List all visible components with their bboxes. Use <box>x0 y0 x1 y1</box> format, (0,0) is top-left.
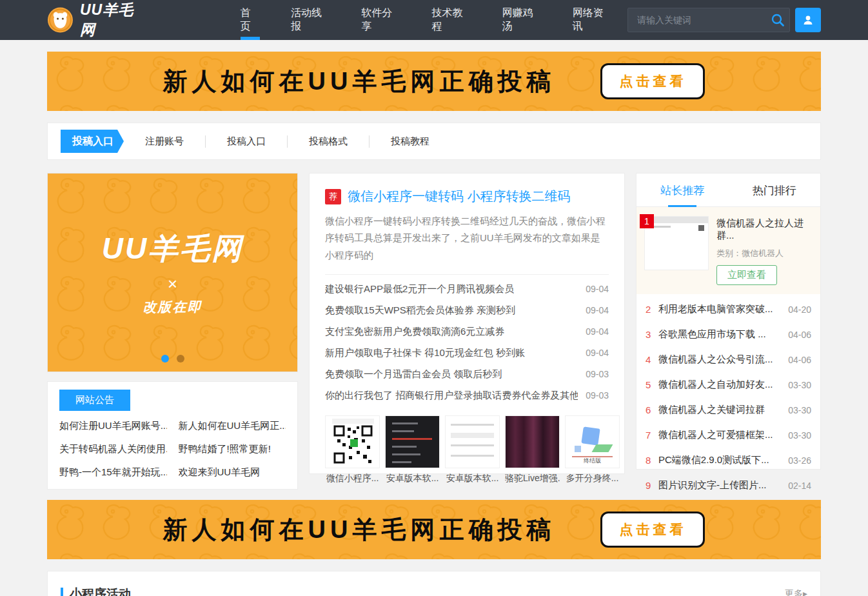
ranking-date: 03-26 <box>788 455 811 466</box>
ranking-row[interactable]: 2 利用老版本电脑管家突破... 04-20 <box>646 297 811 322</box>
nav-label: 网络资讯 <box>573 6 612 34</box>
article-title: 新用户领取电子社保卡 得10元现金红包 秒到账 <box>325 347 525 359</box>
active-underline <box>241 37 260 40</box>
article-thumb[interactable]: 骆驼Live增强... <box>505 415 560 484</box>
article-thumb[interactable]: 安卓版本软... <box>445 415 500 484</box>
article-date: 09-03 <box>586 390 609 401</box>
rank-number: 6 <box>646 404 658 415</box>
nav-item-home[interactable]: 首页 <box>224 0 275 40</box>
featured-articles-card: 荐 微信小程序一键转码 小程序转换二维码 微信小程序一键转码小程序转换二维码经过… <box>309 173 625 474</box>
ranking-row[interactable]: 9 图片识别文字-上传图片... 02-14 <box>646 473 811 498</box>
tab-recommend[interactable]: 站长推荐 <box>636 174 729 206</box>
thumb-caption: 多开分身终... <box>565 473 620 484</box>
ranking-title: PC端微信2.9.0测试版下... <box>658 454 782 466</box>
promo-banner-bottom[interactable]: 新人如何在UU羊毛网正确投稿 点击查看 <box>47 500 821 559</box>
ranking-row[interactable]: 6 微信机器人之关键词拉群 03-30 <box>646 397 811 422</box>
article-title: 你的出行我包了 招商银行用户登录抽取话费券代金券及其他奖品 <box>325 390 578 402</box>
article-date: 09-04 <box>586 348 609 358</box>
site-notice-card: 网站公告 如何注册UU羊毛网账号... 新人如何在UU羊毛网正... 关于转码机… <box>47 381 298 490</box>
search-input[interactable] <box>627 8 790 32</box>
banner-view-button[interactable]: 点击查看 <box>600 63 705 99</box>
article-thumb[interactable]: 安卓版本软... <box>385 415 440 484</box>
notice-link[interactable]: 野鸭结婚了!照常更新! <box>179 443 286 455</box>
thumb-caption: 安卓版本软... <box>385 473 440 484</box>
link-submit-entry[interactable]: 投稿入口 <box>205 135 287 148</box>
article-title: 建设银行APP最低2元开一个月腾讯视频会员 <box>325 283 514 295</box>
banner-title: 新人如何在UU羊毛网正确投稿 <box>163 513 556 546</box>
promo-banner-top[interactable]: 新人如何在UU羊毛网正确投稿 点击查看 <box>47 52 821 111</box>
carousel-title: UU羊毛网 <box>102 229 243 269</box>
ranking-date: 03-30 <box>788 405 811 415</box>
rank-number: 7 <box>646 430 658 441</box>
article-date: 09-04 <box>586 305 609 315</box>
mini-program-activity-section: 小程序活动 更多▸ <box>47 571 821 596</box>
qr-code-image <box>325 415 380 468</box>
ranking-date: 02-14 <box>788 481 811 491</box>
link-register-account[interactable]: 注册账号 <box>124 135 205 148</box>
tab-hot-ranking[interactable]: 热门排行 <box>729 174 821 206</box>
rank-1-badge: 1 <box>640 214 654 228</box>
top-navbar: UU羊毛网 首页 活动线报 软件分享 技术教程 网赚鸡汤 网络资讯 <box>0 0 868 40</box>
article-row[interactable]: 建设银行APP最低2元开一个月腾讯视频会员 09-04 <box>325 279 609 300</box>
ranking-date: 03-30 <box>788 380 811 390</box>
article-row[interactable]: 新用户领取电子社保卡 得10元现金红包 秒到账 09-04 <box>325 343 609 364</box>
ranking-row[interactable]: 8 PC端微信2.9.0测试版下... 03-26 <box>646 448 811 473</box>
notice-link[interactable]: 如何注册UU羊毛网账号... <box>59 420 167 432</box>
carousel-symbol: × <box>168 274 177 294</box>
article-thumb[interactable]: 微信小程序... <box>325 415 380 484</box>
ranking-row[interactable]: 5 微信机器人之自动加好友... 03-30 <box>646 372 811 397</box>
divider <box>325 274 609 275</box>
ranking-date: 04-06 <box>788 330 811 340</box>
user-button[interactable] <box>795 8 821 32</box>
search-icon[interactable] <box>771 13 785 27</box>
ranking-row[interactable]: 4 微信机器人之公众号引流... 04-06 <box>646 347 811 372</box>
banner-view-button[interactable]: 点击查看 <box>600 512 705 548</box>
ranking-title: 微信机器人之关键词拉群 <box>658 404 782 416</box>
thumb-caption: 骆驼Live增强... <box>505 473 560 484</box>
rank-number: 5 <box>646 379 658 390</box>
ranking-title: 利用老版本电脑管家突破... <box>658 303 782 315</box>
nav-label: 软件分享 <box>361 6 400 34</box>
nav-item-software[interactable]: 软件分享 <box>346 0 416 40</box>
nav-item-tutorials[interactable]: 技术教程 <box>416 0 486 40</box>
article-row[interactable]: 免费领取15天WPS稻壳会员体验券 亲测秒到 09-04 <box>325 300 609 321</box>
article-title: 免费领取一个月迅雷白金会员 领取后秒到 <box>325 368 502 381</box>
notice-link[interactable]: 野鸭-一个15年就开始玩... <box>59 466 167 479</box>
carousel-dot-2[interactable] <box>177 355 184 363</box>
link-submit-format[interactable]: 投稿格式 <box>287 135 369 148</box>
logo-text: UU羊毛网 <box>80 0 147 40</box>
carousel-subtitle: 改版在即 <box>143 298 202 316</box>
nav-item-activity[interactable]: 活动线报 <box>275 0 346 40</box>
site-logo[interactable]: UU羊毛网 <box>47 0 147 40</box>
view-now-button[interactable]: 立即查看 <box>716 265 777 285</box>
user-icon <box>802 14 814 26</box>
article-row[interactable]: 免费领取一个月迅雷白金会员 领取后秒到 09-03 <box>325 364 609 385</box>
submit-entry-badge[interactable]: 投稿入口 <box>61 130 124 153</box>
notice-link[interactable]: 欢迎来到UU羊毛网 <box>179 466 286 479</box>
rank-number: 8 <box>646 455 658 466</box>
featured-article-title[interactable]: 微信小程序一键转码 小程序转换二维码 <box>348 188 571 205</box>
nav-item-news[interactable]: 网络资讯 <box>557 0 627 40</box>
ranking-row[interactable]: 7 微信机器人之可爱猫框架... 03-30 <box>646 422 811 448</box>
more-link[interactable]: 更多▸ <box>785 588 807 596</box>
notice-link[interactable]: 新人如何在UU羊毛网正... <box>179 420 286 432</box>
article-row[interactable]: 你的出行我包了 招商银行用户登录抽取话费券代金券及其他奖品 09-03 <box>325 385 609 406</box>
article-row[interactable]: 支付宝免密新用户免费领取滴滴6元立减券 09-04 <box>325 321 609 343</box>
dark-list-image <box>385 415 440 468</box>
link-submit-tutorial[interactable]: 投稿教程 <box>369 135 451 148</box>
hero-carousel[interactable]: UU羊毛网 × 改版在即 <box>47 173 298 372</box>
ranking-row[interactable]: 3 谷歌黑色应用市场下载 ... 04-06 <box>646 322 811 347</box>
carousel-dot-1[interactable] <box>161 355 169 363</box>
article-date: 09-04 <box>586 284 609 294</box>
nav-label: 首页 <box>240 6 260 34</box>
recommend-thumb-image: 1 <box>644 216 709 270</box>
ranking-title: 微信机器人之可爱猫框架... <box>658 429 782 441</box>
carousel-dots <box>161 355 184 363</box>
recommend-title[interactable]: 微信机器人之拉人进群... <box>716 217 813 242</box>
article-thumb[interactable]: 终结版 多开分身终... <box>565 415 620 484</box>
rank-number: 3 <box>646 329 658 340</box>
notice-link[interactable]: 关于转码机器人关闭使用... <box>59 443 167 455</box>
ranking-title: 谷歌黑色应用市场下载 ... <box>658 328 782 341</box>
top-recommend-item[interactable]: 1 微信机器人之拉人进群... 类别：微信机器人 立即查看 <box>636 207 820 294</box>
nav-item-netearn[interactable]: 网赚鸡汤 <box>487 0 557 40</box>
